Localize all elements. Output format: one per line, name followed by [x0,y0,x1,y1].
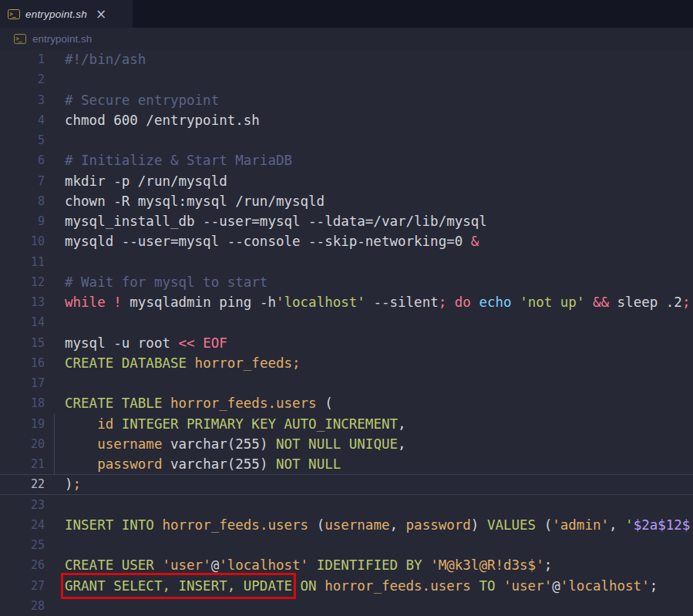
code-line-25[interactable]: 25 [0,535,693,555]
code-token: 'user' [503,578,552,594]
code-token: @ [211,557,220,573]
code-line-23[interactable]: 23 [0,495,693,515]
code-token: mysqladmin ping -h [122,295,276,310]
code-token: while [65,295,106,310]
code-line-2[interactable]: 2 [0,69,693,89]
code-token: # Secure entrypoint [65,93,219,108]
code-token: horror_feeds [195,355,292,371]
code-token: ; [682,295,691,310]
code-line-3[interactable]: 3# Secure entrypoint [0,90,693,110]
code-line-10[interactable]: 10mysqld --user=mysql --console --skip-n… [0,231,693,251]
code-line-9[interactable]: 9mysql_install_db --user=mysql --ldata=/… [0,211,693,231]
code-line-21[interactable]: 21 password varchar(255) NOT NULL [0,454,693,474]
code-token: INSERT INTO [65,517,154,533]
breadcrumb: >_ entrypoint.sh [0,28,693,49]
code-token [471,578,479,594]
line-number: 11 [0,252,65,272]
line-number: 9 [0,211,65,231]
line-number: 28 [0,596,65,616]
code-token [292,578,301,594]
code-token: ; [73,476,82,492]
code-token: CREATE USER [65,557,154,573]
code-token [308,557,317,573]
code-line-8[interactable]: 8chown -R mysql:mysql /run/mysqld [0,191,693,211]
line-number: 6 [0,150,65,170]
code-line-17[interactable]: 17 [0,373,693,393]
code-token: 'localhost' [276,295,365,310]
code-token [512,295,520,310]
line-number: 21 [0,454,65,474]
code-line-27[interactable]: 27GRANT SELECT, INSERT, UPDATE ON horror… [0,576,693,596]
tab-entrypoint-sh[interactable]: >_ entrypoint.sh × [0,0,133,28]
code-token: mkdir -p /run/mysqld [65,173,227,189]
line-number: 16 [0,353,65,373]
line-number: 8 [0,191,65,211]
code-line-24[interactable]: 24INSERT INTO horror_feeds.users (userna… [0,515,693,535]
code-line-5[interactable]: 5 [0,130,693,150]
breadcrumb-item-filename[interactable]: entrypoint.sh [32,33,92,45]
code-line-19[interactable]: 19 id INTEGER PRIMARY KEY AUTO_INCREMENT… [0,414,693,434]
code-token: INTEGER PRIMARY KEY AUTO_INCREMENT [122,416,398,432]
code-token: ! [113,295,122,310]
code-line-22[interactable]: 22); [0,474,693,494]
code-token: 'not up' [520,295,584,310]
tab-bar: >_ entrypoint.sh × [0,0,693,28]
terminal-file-icon: >_ [14,34,26,44]
code-token: ( [308,517,325,533]
code-line-16[interactable]: 16CREATE DATABASE horror_feeds; [0,353,693,373]
code-token: mysql -u root [65,335,179,351]
code-token: ; [439,295,447,310]
code-token: CREATE DATABASE [65,355,187,371]
line-number: 10 [0,231,65,251]
line-number: 4 [0,110,65,130]
code-line-13[interactable]: 13while ! mysqladmin ping -h'localhost' … [0,292,693,312]
code-token [162,396,170,411]
code-token: 'user' [162,557,210,573]
code-token [187,355,195,371]
close-icon[interactable]: × [96,8,106,21]
code-text: ); [65,474,81,494]
code-token: ; [292,355,301,371]
code-token: , [609,517,625,533]
code-line-14[interactable]: 14 [0,312,693,332]
code-token [446,295,455,310]
code-line-11[interactable]: 11 [0,252,693,272]
editor: 1#!/bin/ash23# Secure entrypoint4chmod 6… [0,49,693,616]
code-token: horror_feeds.users [325,578,471,594]
code-line-12[interactable]: 12# Wait for mysql to start [0,272,693,292]
code-token: ( [317,396,333,411]
code-token: , [389,517,405,533]
code-token: << [179,335,195,351]
code-line-4[interactable]: 4chmod 600 /entrypoint.sh [0,110,693,130]
code-token: VALUES [487,517,536,533]
code-line-6[interactable]: 6# Initialize & Start MariaDB [0,150,693,170]
code-text: while ! mysqladmin ping -h'localhost' --… [65,292,690,312]
line-number: 14 [0,312,65,332]
line-number: 2 [0,69,65,89]
code-token: horror_feeds.users [162,517,308,533]
code-text: mysqld --user=mysql --console --skip-net… [65,231,479,251]
code-token [65,416,97,432]
line-number: 19 [0,414,65,434]
code-token: mysql_install_db --user=mysql --ldata=/v… [65,214,487,229]
code-token: varchar(255) [162,436,276,452]
line-number: 24 [0,515,65,535]
code-line-18[interactable]: 18CREATE TABLE horror_feeds.users ( [0,393,693,413]
code-text: mysql -u root << EOF [65,333,227,353]
code-line-1[interactable]: 1#!/bin/ash [0,49,693,69]
line-number: 13 [0,292,65,312]
code-token: id [97,416,113,432]
code-line-26[interactable]: 26CREATE USER 'user'@'localhost' IDENTIF… [0,555,693,575]
code-line-15[interactable]: 15mysql -u root << EOF [0,333,693,353]
code-token: ; [544,557,553,573]
code-token: do [455,295,471,310]
code-line-28[interactable]: 28 [0,596,693,616]
code-line-7[interactable]: 7mkdir -p /run/mysqld [0,171,693,191]
code-text: CREATE DATABASE horror_feeds; [65,353,301,373]
terminal-glyph: >_ [9,10,15,17]
code-line-20[interactable]: 20 username varchar(255) NOT NULL UNIQUE… [0,434,693,454]
code-token: varchar(255) [162,456,276,472]
code-token: --silent [365,295,439,310]
code-token: mysqld --user=mysql --console --skip-net… [65,234,471,249]
line-number: 26 [0,555,65,575]
